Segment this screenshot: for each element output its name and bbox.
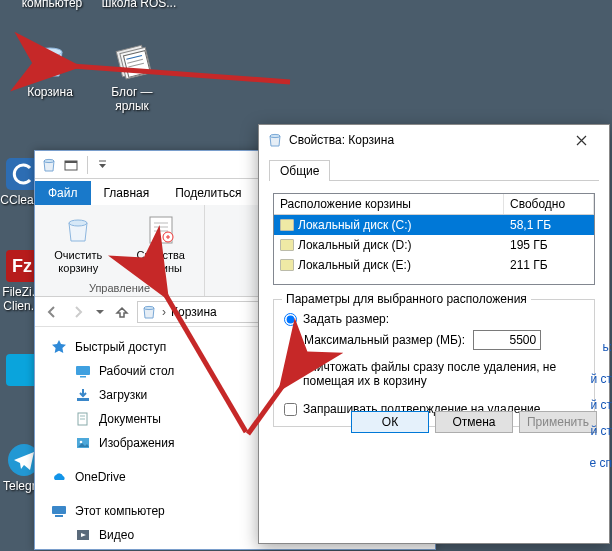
bg-link-fragment: й ст <box>590 366 612 392</box>
bg-link-fragment: е сп <box>589 450 612 476</box>
tab-file[interactable]: Файл <box>35 181 91 205</box>
desktop-icon <box>75 363 91 379</box>
document-stack-icon <box>111 40 153 82</box>
svg-rect-4 <box>124 51 151 78</box>
separator <box>87 156 88 174</box>
nav-recent[interactable] <box>93 301 107 323</box>
svg-text:Fz: Fz <box>12 256 32 276</box>
btn-empty-recycle[interactable]: Очистить корзину <box>41 209 116 275</box>
svg-rect-33 <box>52 506 66 514</box>
cell-name: Локальный диск (E:) <box>298 258 411 272</box>
svg-point-36 <box>270 134 280 137</box>
download-icon <box>75 387 91 403</box>
radio-delete-immediately[interactable]: Уничтожать файлы сразу после удаления, н… <box>284 360 584 388</box>
svg-point-32 <box>80 441 83 444</box>
dialog-titlebar: Свойства: Корзина <box>259 125 609 155</box>
tree-label: Этот компьютер <box>75 504 165 518</box>
dialog-body: Общие Расположение корзины Свободно Лока… <box>259 155 609 443</box>
desktop-icon-label: школа ROS... <box>96 0 182 10</box>
svg-point-12 <box>44 159 54 162</box>
pictures-icon <box>75 435 91 451</box>
bg-link-fragment: й ст <box>590 392 612 418</box>
onedrive-icon <box>51 469 67 485</box>
radio-input[interactable] <box>284 313 297 326</box>
desktop-icon-blog[interactable]: Блог — ярлык <box>96 40 168 113</box>
group-legend: Параметры для выбранного расположения <box>282 292 531 306</box>
btn-recycle-properties[interactable]: Свойства корзины <box>124 209 199 275</box>
ribbon-group-manage: Очистить корзину Свойства корзины Управл… <box>35 205 205 296</box>
svg-rect-25 <box>76 366 90 375</box>
desktop-icon-label: компьютер <box>14 0 90 10</box>
btn-label: Очистить корзину <box>54 249 102 274</box>
cell-name: Локальный диск (C:) <box>298 218 412 232</box>
chevron-right-icon: › <box>162 305 166 319</box>
tab-share[interactable]: Поделиться <box>162 181 254 205</box>
star-icon <box>51 339 67 355</box>
tab-general[interactable]: Общие <box>269 160 330 181</box>
max-size-row: Максимальный размер (МБ): <box>304 330 584 350</box>
desktop-icon-label: Блог — ярлык <box>96 85 168 113</box>
tree-label: Изображения <box>99 436 174 450</box>
table-row[interactable]: Локальный диск (C:) 58,1 ГБ <box>274 215 594 235</box>
radio-custom-size[interactable]: Задать размер: <box>284 312 584 326</box>
close-icon <box>576 135 587 146</box>
settings-group: Параметры для выбранного расположения За… <box>273 299 595 427</box>
tree-label: OneDrive <box>75 470 126 484</box>
svg-rect-26 <box>80 376 86 378</box>
qat-button[interactable] <box>61 155 81 175</box>
drive-icon <box>280 259 294 271</box>
svg-point-16 <box>69 220 87 226</box>
radio-label: Уничтожать файлы сразу после удаления, н… <box>303 360 563 388</box>
desktop-icon-computer[interactable]: компьютер <box>14 0 90 10</box>
empty-recycle-icon <box>61 213 95 247</box>
recycle-properties-dialog: Свойства: Корзина Общие Расположение кор… <box>258 124 610 544</box>
tree-label: Видео <box>99 528 134 542</box>
drive-icon <box>280 239 294 251</box>
bg-link-fragment: ь: <box>602 334 612 360</box>
col-location[interactable]: Расположение корзины <box>274 194 504 214</box>
checkbox-input[interactable] <box>284 403 297 416</box>
properties-icon <box>144 213 178 247</box>
tree-label: Документы <box>99 412 161 426</box>
nav-back[interactable] <box>41 301 63 323</box>
recycle-bin-icon <box>29 40 71 82</box>
col-free[interactable]: Свободно <box>504 194 594 214</box>
documents-icon <box>75 411 91 427</box>
cell-free: 58,1 ГБ <box>504 217 594 233</box>
tree-label: Загрузки <box>99 388 147 402</box>
svg-point-24 <box>144 306 154 309</box>
close-button[interactable] <box>561 126 601 154</box>
tab-home[interactable]: Главная <box>91 181 163 205</box>
qat-dropdown[interactable] <box>92 155 112 175</box>
table-header: Расположение корзины Свободно <box>274 194 594 215</box>
svg-rect-34 <box>55 515 63 517</box>
radio-input[interactable] <box>284 361 297 374</box>
max-size-input[interactable] <box>473 330 541 350</box>
desktop-icon-label: Корзина <box>14 85 86 99</box>
apply-button[interactable]: Применить <box>519 411 597 433</box>
cancel-button[interactable]: Отмена <box>435 411 513 433</box>
desktop-icon-recycle[interactable]: Корзина <box>14 40 86 99</box>
dialog-tabs: Общие <box>269 159 599 181</box>
table-row[interactable]: Локальный диск (E:) 211 ГБ <box>274 255 594 275</box>
desktop-icon-school[interactable]: школа ROS... <box>96 0 182 10</box>
ribbon-group-label: Управление <box>35 282 204 294</box>
radio-label: Задать размер: <box>303 312 389 326</box>
tree-label: Рабочий стол <box>99 364 174 378</box>
dialog-title: Свойства: Корзина <box>289 133 394 147</box>
cell-name: Локальный диск (D:) <box>298 238 412 252</box>
recycle-small-icon <box>141 304 157 320</box>
ok-button[interactable]: ОК <box>351 411 429 433</box>
nav-up[interactable] <box>111 301 133 323</box>
breadcrumb-text: Корзина <box>171 305 217 319</box>
svg-rect-14 <box>65 161 77 163</box>
cell-free: 195 ГБ <box>504 237 594 253</box>
dialog-buttons: ОК Отмена Применить <box>351 411 597 433</box>
drive-icon <box>280 219 294 231</box>
recycle-small-icon <box>39 155 59 175</box>
locations-table: Расположение корзины Свободно Локальный … <box>273 193 595 285</box>
cell-free: 211 ГБ <box>504 257 594 273</box>
nav-forward[interactable] <box>67 301 89 323</box>
table-row[interactable]: Локальный диск (D:) 195 ГБ <box>274 235 594 255</box>
pc-icon <box>51 503 67 519</box>
